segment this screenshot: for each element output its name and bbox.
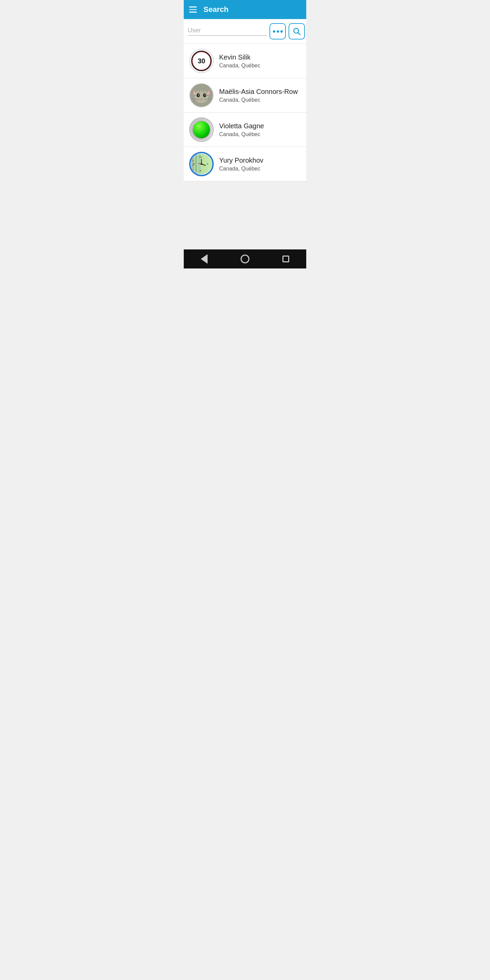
back-button[interactable] xyxy=(194,250,215,269)
user-info: Yury Porokhov Canada, Québec xyxy=(219,156,301,172)
recents-icon xyxy=(282,256,289,262)
page-title: Search xyxy=(204,5,228,14)
list-item[interactable]: 30 Kevin Silik Canada, Québec xyxy=(184,44,306,78)
clock-icon: ★ ★ ★ 12 3 6 9 xyxy=(191,154,212,174)
list-item[interactable]: Violetta Gagne Canada, Québec xyxy=(184,113,306,147)
user-location: Canada, Québec xyxy=(219,131,301,137)
svg-rect-22 xyxy=(195,154,197,174)
user-name: Kevin Silik xyxy=(219,53,301,61)
avatar: 30 xyxy=(189,49,214,73)
user-name: Violetta Gagne xyxy=(219,122,301,130)
speed-sign-icon: 30 xyxy=(191,51,212,71)
empty-content-area xyxy=(184,181,306,250)
user-name: Maëlis-Asia Connors-Row xyxy=(219,88,301,95)
search-button[interactable] xyxy=(288,23,305,40)
user-info: Kevin Silik Canada, Québec xyxy=(219,53,301,69)
list-item[interactable]: Maëlis-Asia Connors-Row Canada, Québec xyxy=(184,78,306,113)
search-bar-area xyxy=(184,19,306,44)
back-icon xyxy=(201,254,208,264)
user-name: Yury Porokhov xyxy=(219,156,301,164)
user-info: Violetta Gagne Canada, Québec xyxy=(219,122,301,137)
user-list: 30 Kevin Silik Canada, Québec xyxy=(184,44,306,181)
home-button[interactable] xyxy=(235,250,255,269)
hamburger-menu-button[interactable] xyxy=(189,6,197,13)
dots-icon xyxy=(273,30,283,33)
search-icon xyxy=(292,27,301,36)
user-location: Canada, Québec xyxy=(219,63,301,69)
avatar xyxy=(189,83,214,108)
user-location: Canada, Québec xyxy=(219,166,301,172)
svg-point-38 xyxy=(201,163,202,165)
list-item[interactable]: ★ ★ ★ 12 3 6 9 Yury Porokhov Canada, Qué… xyxy=(184,147,306,181)
user-info: Maëlis-Asia Connors-Row Canada, Québec xyxy=(219,88,301,103)
svg-point-11 xyxy=(205,95,205,95)
search-input[interactable] xyxy=(188,27,267,36)
svg-text:12: 12 xyxy=(199,156,202,158)
cat-icon xyxy=(190,83,213,108)
avatar xyxy=(189,118,214,142)
app-header: Search xyxy=(184,0,306,19)
green-circle-icon xyxy=(193,121,210,138)
avatar: ★ ★ ★ 12 3 6 9 xyxy=(189,152,214,176)
more-options-button[interactable] xyxy=(269,23,286,40)
svg-text:6: 6 xyxy=(200,169,201,172)
bottom-navigation xyxy=(184,250,306,269)
home-icon xyxy=(240,255,250,263)
svg-text:9: 9 xyxy=(193,163,195,165)
svg-rect-26 xyxy=(208,154,212,174)
user-location: Canada, Québec xyxy=(219,97,301,103)
svg-point-10 xyxy=(198,95,199,95)
svg-line-1 xyxy=(298,33,300,35)
recents-button[interactable] xyxy=(275,250,296,269)
svg-text:3: 3 xyxy=(207,163,208,165)
